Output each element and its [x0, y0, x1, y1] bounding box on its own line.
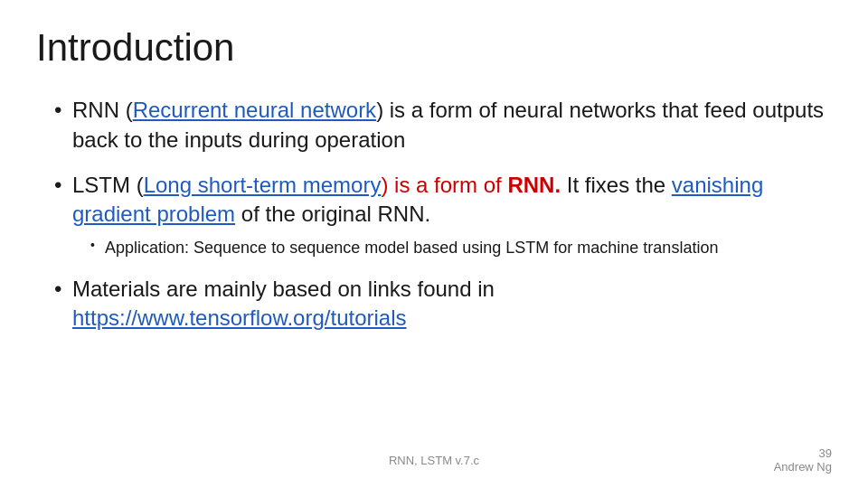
- page-number: 39: [819, 446, 832, 460]
- bullet-lstm-suffix2: of the original RNN.: [235, 202, 430, 226]
- footer-right: 39 Andrew Ng: [567, 446, 832, 474]
- author-name: Andrew Ng: [774, 460, 832, 474]
- main-bullet-list: RNN (Recurrent neural network) is a form…: [54, 96, 832, 333]
- slide-content: RNN (Recurrent neural network) is a form…: [36, 96, 832, 333]
- bullet-lstm-red-intro: ) is a form of: [381, 173, 507, 197]
- bullet-materials: Materials are mainly based on links foun…: [54, 275, 832, 333]
- bullet-lstm: LSTM (Long short-term memory) is a form …: [54, 171, 832, 258]
- bullet-materials-text: Materials are mainly based on links foun…: [72, 277, 495, 301]
- lstm-sub-bullets: Application: Sequence to sequence model …: [72, 237, 832, 258]
- footer-center: RNN, LSTM v.7.c: [301, 454, 566, 467]
- slide-footer: RNN, LSTM v.7.c 39 Andrew Ng: [0, 446, 868, 474]
- bullet-lstm-prefix: LSTM (: [72, 173, 144, 197]
- bullet-lstm-rnn-bold: RNN.: [507, 173, 561, 197]
- sub-bullet-application-text: Application: Sequence to sequence model …: [105, 239, 718, 257]
- slide: Introduction RNN (Recurrent neural netwo…: [0, 0, 868, 488]
- link-recurrent-neural-network[interactable]: Recurrent neural network: [133, 98, 376, 122]
- slide-title: Introduction: [36, 27, 832, 69]
- bullet-rnn-prefix: RNN (: [72, 98, 133, 122]
- sub-bullet-application: Application: Sequence to sequence model …: [90, 237, 832, 258]
- bullet-lstm-suffix: It fixes the: [561, 173, 672, 197]
- link-long-short-term-memory[interactable]: Long short-term memory: [144, 173, 382, 197]
- link-tensorflow[interactable]: https://www.tensorflow.org/tutorials: [72, 305, 407, 330]
- bullet-rnn: RNN (Recurrent neural network) is a form…: [54, 96, 832, 155]
